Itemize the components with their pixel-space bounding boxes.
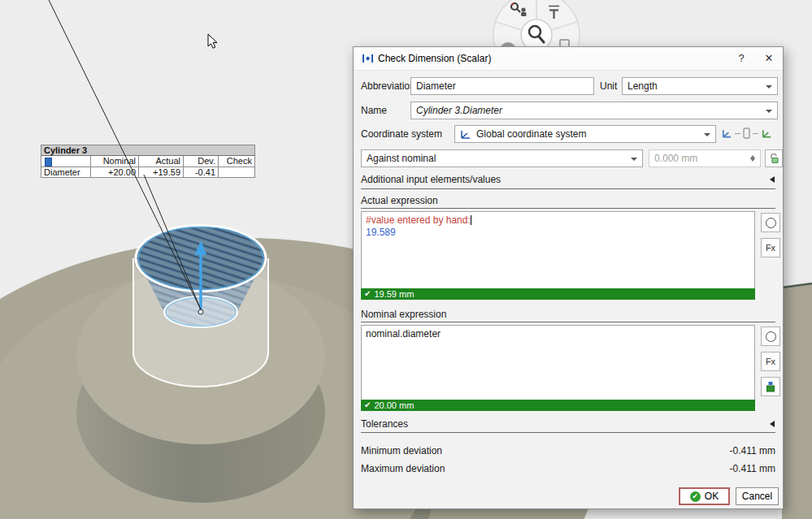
chevron-down-icon xyxy=(704,133,710,136)
lock-toggle-button[interactable] xyxy=(765,149,783,167)
section-divider xyxy=(361,208,775,209)
circle-icon xyxy=(766,218,776,228)
fx-icon: Fx xyxy=(766,243,775,253)
minimum-deviation-value: -0.411 mm xyxy=(613,444,775,457)
coordinate-system-value: Global coordinate system xyxy=(476,128,586,140)
nominal-formula-button[interactable]: Fx xyxy=(761,352,780,371)
measurement-label[interactable]: Cylinder 3 Nominal Actual Dev. Check Dia… xyxy=(41,145,255,178)
alignment-transfer-widget[interactable] xyxy=(721,128,772,139)
maximum-deviation-value: -0.411 mm xyxy=(613,462,775,475)
comparison-value: Against nominal xyxy=(367,153,436,164)
name-label: Name xyxy=(361,102,387,119)
maximum-deviation-label: Maximum deviation xyxy=(361,462,445,475)
abbreviation-label: Abbreviation xyxy=(361,77,415,95)
nominal-result-value: 20.00 mm xyxy=(374,400,414,411)
ok-label: OK xyxy=(705,491,719,502)
nominal-result-bar: ✔ 20.00 mm xyxy=(361,400,755,411)
name-value: Cylinder 3.Diameter xyxy=(416,105,502,116)
unit-select[interactable]: Length xyxy=(622,77,778,95)
actual-cell: +19.59 xyxy=(139,167,184,177)
expression-comment: #value entered by hand: xyxy=(366,214,471,226)
abbreviation-input[interactable]: Diameter xyxy=(410,77,594,95)
actual-result-bar: ✔ 19.59 mm xyxy=(361,288,755,300)
section-divider xyxy=(361,188,775,189)
actual-formula-button[interactable]: Fx xyxy=(761,238,780,257)
section-nominal-expression: Nominal expression xyxy=(361,308,446,321)
coordinate-system-label: Coordinate system xyxy=(361,125,442,143)
ok-check-icon: ✔ xyxy=(690,491,701,502)
circle-icon xyxy=(766,331,776,342)
chevron-down-icon xyxy=(631,158,637,161)
measured-cylinder[interactable] xyxy=(133,226,268,387)
name-select[interactable]: Cylinder 3.Diameter xyxy=(410,102,778,119)
scalar-dimension-icon xyxy=(362,53,375,64)
chevron-down-icon xyxy=(766,85,772,89)
section-additional: Additional input elements/values xyxy=(361,173,501,186)
link-dash xyxy=(735,133,740,134)
section-divider xyxy=(361,432,775,433)
offset-value: 0.000 mm xyxy=(654,153,697,164)
nominal-cell: +20.00 xyxy=(91,167,139,177)
collapse-arrow-icon[interactable] xyxy=(770,176,775,183)
cancel-label: Cancel xyxy=(742,491,772,502)
check-icon: ✔ xyxy=(364,400,371,411)
section-actual-expression: Actual expression xyxy=(361,194,438,207)
minimum-deviation-label: Minimum deviation xyxy=(361,444,442,457)
link-dash xyxy=(753,133,758,134)
column-header: Check xyxy=(219,156,255,167)
measuring-principle-icon xyxy=(765,381,776,392)
check-cell xyxy=(219,167,255,177)
actual-result-value: 19.59 mm xyxy=(374,288,414,300)
column-header: Nominal xyxy=(91,156,139,167)
actual-axes-icon xyxy=(761,128,772,139)
close-icon[interactable]: ✕ xyxy=(760,47,778,70)
unlock-icon xyxy=(768,153,779,164)
ok-button[interactable]: ✔ OK xyxy=(679,487,730,505)
actual-expression-editor[interactable]: #value entered by hand: 19.589 ✔ 19.59 m… xyxy=(361,211,755,300)
expression-value: nominal.diameter xyxy=(366,328,750,340)
unit-value: Length xyxy=(627,80,658,92)
property-cell: Diameter xyxy=(41,167,91,177)
scalar-check-icon xyxy=(45,158,52,167)
unit-label: Unit xyxy=(600,77,617,95)
check-dimension-dialog: Check Dimension (Scalar) ? ✕ Abbreviatio… xyxy=(353,46,784,509)
application-window: Cylinder 3 Nominal Actual Dev. Check Dia… xyxy=(0,0,812,519)
coordinate-axes-icon xyxy=(459,129,471,140)
element-box-icon xyxy=(743,128,750,139)
actual-element-value-button[interactable] xyxy=(761,213,780,232)
label-title[interactable]: Cylinder 3 xyxy=(41,145,255,156)
chevron-down-icon xyxy=(766,110,772,113)
cancel-button[interactable]: Cancel xyxy=(736,487,779,505)
nominal-element-value-button[interactable] xyxy=(761,327,780,346)
column-header: Dev. xyxy=(184,156,219,167)
pie-menu-center[interactable] xyxy=(521,19,552,46)
pie-menu[interactable] xyxy=(484,0,591,46)
dialog-titlebar[interactable]: Check Dimension (Scalar) ? ✕ xyxy=(354,47,783,71)
rectangle-icon[interactable] xyxy=(560,40,569,46)
section-divider xyxy=(361,322,775,322)
collapse-arrow-icon[interactable] xyxy=(770,421,775,427)
coordinate-system-select[interactable]: Global coordinate system xyxy=(454,125,716,143)
dialog-title: Check Dimension (Scalar) xyxy=(378,47,491,70)
spinner-down-icon[interactable] xyxy=(750,158,755,162)
comparison-select[interactable]: Against nominal xyxy=(361,149,643,167)
table-row: Diameter +20.00 +19.59 -0.41 xyxy=(41,167,255,177)
text-caret xyxy=(471,215,471,225)
column-header: Actual xyxy=(139,156,184,167)
nominal-expression-editor[interactable]: nominal.diameter ✔ 20.00 mm xyxy=(361,325,755,411)
expression-value: 19.589 xyxy=(366,227,750,239)
dev-cell: -0.41 xyxy=(184,167,219,177)
help-button[interactable]: ? xyxy=(732,47,750,70)
section-tolerances: Tolerances xyxy=(361,417,408,430)
check-icon: ✔ xyxy=(364,288,371,300)
nominal-axes-icon xyxy=(721,128,732,139)
offset-spinner[interactable]: 0.000 mm xyxy=(649,149,761,167)
fx-icon: Fx xyxy=(766,357,775,366)
measuring-principle-button[interactable] xyxy=(761,377,780,396)
